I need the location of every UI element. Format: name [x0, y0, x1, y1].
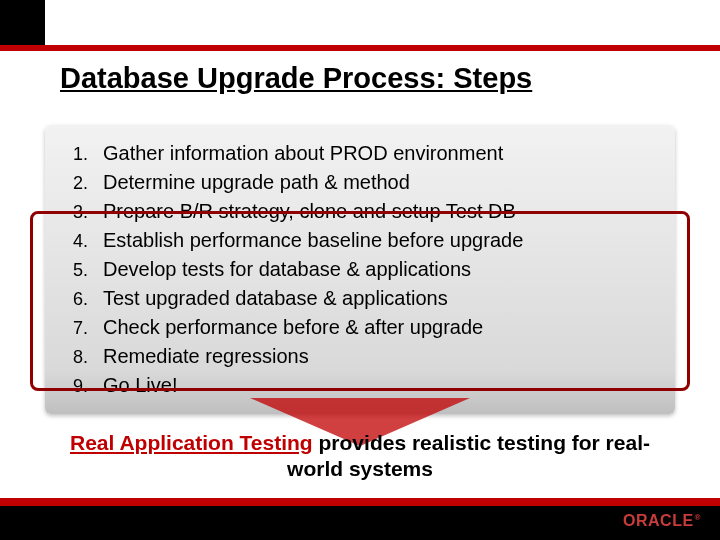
steps-list: Gather information about PROD environmen…: [73, 139, 655, 400]
accent-bar-top: [0, 45, 720, 51]
accent-bar-bottom: [0, 498, 720, 506]
registered-icon: ®: [695, 513, 701, 522]
brand-text: ORACLE: [623, 512, 694, 529]
step-item: Prepare B/R strategy, clone and setup Te…: [73, 197, 655, 226]
step-item: Remediate regressions: [73, 342, 655, 371]
step-item: Establish performance baseline before up…: [73, 226, 655, 255]
step-item: Develop tests for database & application…: [73, 255, 655, 284]
slide-title: Database Upgrade Process: Steps: [60, 62, 532, 95]
step-item: Gather information about PROD environmen…: [73, 139, 655, 168]
callout-rest: provides realistic testing for real-worl…: [287, 431, 650, 480]
callout-emphasis: Real Application Testing: [70, 431, 313, 454]
step-item: Test upgraded database & applications: [73, 284, 655, 313]
corner-block: [0, 0, 45, 45]
step-item: Determine upgrade path & method: [73, 168, 655, 197]
step-item: Check performance before & after upgrade: [73, 313, 655, 342]
step-item: Go Live!: [73, 371, 655, 400]
steps-panel: Gather information about PROD environmen…: [45, 125, 675, 414]
brand-logo: ORACLE®: [623, 512, 700, 530]
footer-bar: [0, 506, 720, 540]
callout-text: Real Application Testing provides realis…: [0, 430, 720, 483]
